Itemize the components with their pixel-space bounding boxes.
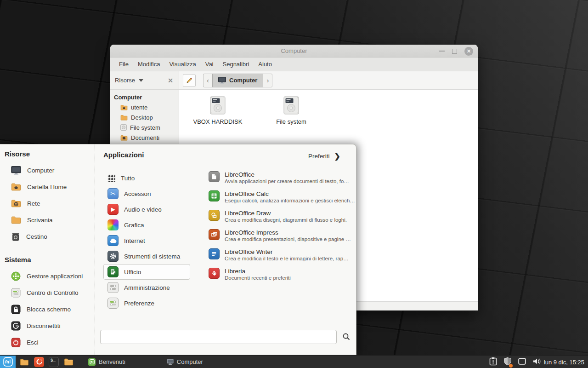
notification-dot bbox=[509, 364, 513, 368]
file-item-vbox-harddisk[interactable]: VBOX HARDDISK bbox=[181, 96, 254, 125]
accessories-icon: ✂ bbox=[107, 188, 119, 199]
sidebar-item-computer[interactable]: Computer bbox=[110, 92, 179, 102]
desktop: Computer ✕ File Modifica Visualizza Vai … bbox=[0, 0, 588, 368]
clock[interactable]: lun 9 dic, 15:25 bbox=[544, 356, 584, 368]
close-button[interactable]: ✕ bbox=[464, 47, 473, 56]
app-libreoffice-calc[interactable]: LibreOffice Calc Esegui calcoli, analizz… bbox=[209, 190, 356, 210]
folder-icon bbox=[11, 216, 21, 224]
minimize-button[interactable] bbox=[439, 51, 445, 52]
breadcrumb: ‹ Computer › bbox=[203, 74, 272, 87]
category-tutto[interactable]: Tutto bbox=[103, 170, 190, 186]
drive-icon bbox=[120, 124, 127, 131]
launcher-folder[interactable] bbox=[18, 356, 30, 368]
launcher-terminal[interactable]: $_ bbox=[48, 356, 60, 368]
category-internet[interactable]: Internet bbox=[103, 233, 190, 248]
menu-item-disconnettiti[interactable]: Disconnettiti bbox=[0, 317, 95, 334]
libreoffice-draw-icon bbox=[209, 210, 220, 221]
mint-menu-button[interactable] bbox=[0, 356, 16, 368]
taskbar-window-benvenuti[interactable]: Benvenuti bbox=[85, 356, 128, 368]
lock-icon bbox=[11, 305, 21, 314]
menu-item-scrivania[interactable]: Scrivania bbox=[0, 212, 95, 228]
launcher-files[interactable] bbox=[62, 356, 74, 368]
sidebar-item-documenti[interactable]: Documenti bbox=[110, 132, 179, 143]
launcher-firefox[interactable] bbox=[33, 356, 45, 368]
libreoffice-impress-icon bbox=[209, 229, 220, 240]
favorites-link[interactable]: Preferiti ❯ bbox=[308, 152, 340, 161]
edit-location-button[interactable] bbox=[183, 74, 196, 87]
menu-vai[interactable]: Vai bbox=[201, 59, 218, 69]
files-icon bbox=[64, 358, 74, 366]
menu-file[interactable]: File bbox=[115, 59, 133, 69]
app-libreoffice-draw[interactable]: LibreOffice Draw Crea e modifica disegni… bbox=[209, 210, 356, 229]
file-label: VBOX HARDDISK bbox=[193, 118, 243, 125]
taskbar-window-computer[interactable]: Computer bbox=[164, 356, 206, 368]
speaker-icon[interactable] bbox=[532, 357, 542, 367]
libreoffice-writer-icon bbox=[209, 248, 220, 259]
menu-segnalibri[interactable]: Segnalibri bbox=[219, 59, 254, 69]
taskbar: $_ Benvenuti Computer bbox=[0, 355, 588, 368]
menu-item-blocca-schermo[interactable]: Blocca schermo bbox=[0, 301, 95, 317]
menu-left-panel: Risorse Computer Cartella Home bbox=[0, 144, 95, 355]
trash-icon bbox=[11, 232, 20, 241]
computer-icon bbox=[11, 166, 21, 175]
category-audio-e-video[interactable]: ▶ Audio e video bbox=[103, 201, 190, 217]
window-icon[interactable] bbox=[518, 358, 526, 367]
breadcrumb-forward-button[interactable]: › bbox=[263, 74, 272, 87]
administration-icon bbox=[107, 282, 119, 293]
menu-item-computer[interactable]: Computer bbox=[0, 162, 95, 178]
menu-item-esci[interactable]: Esci bbox=[0, 334, 95, 351]
menu-bar: File Modifica Visualizza Vai Segnalibri … bbox=[110, 58, 478, 71]
mint-menu-popup: Risorse Computer Cartella Home bbox=[0, 144, 356, 355]
places-dropdown-label: Risorse bbox=[115, 77, 135, 84]
category-strumenti-di-sistema[interactable]: Strumenti di sistema bbox=[103, 248, 190, 264]
file-item-file-system[interactable]: File system bbox=[254, 96, 328, 125]
libreoffice-calc-icon bbox=[209, 190, 220, 201]
breadcrumb-label: Computer bbox=[229, 77, 257, 84]
app-libreoffice-writer[interactable]: LibreOffice Writer Crea e modifica il te… bbox=[209, 248, 356, 268]
sidebar-item-desktop[interactable]: Desktop bbox=[110, 112, 179, 122]
clipboard-alert-icon[interactable] bbox=[489, 357, 497, 368]
sidebar-item-filesystem[interactable]: File system bbox=[110, 122, 179, 132]
menu-item-gestore-applicazioni[interactable]: Gestore applicazioni bbox=[0, 268, 95, 284]
menu-item-rete[interactable]: Rete bbox=[0, 195, 95, 212]
places-close-icon[interactable]: ✕ bbox=[168, 77, 173, 84]
category-amministrazione[interactable]: Amministrazione bbox=[103, 280, 190, 295]
menu-modifica[interactable]: Modifica bbox=[134, 59, 164, 69]
sidebar-item-utente[interactable]: utente bbox=[110, 102, 179, 112]
terminal-icon: $_ bbox=[49, 357, 59, 367]
breadcrumb-back-button[interactable]: ‹ bbox=[203, 74, 212, 87]
system-tools-icon bbox=[107, 251, 119, 262]
category-accessori[interactable]: ✂ Accessori bbox=[103, 186, 190, 201]
category-ufficio[interactable]: Ufficio bbox=[103, 264, 190, 280]
preferences-icon bbox=[107, 298, 119, 309]
breadcrumb-computer-button[interactable]: Computer bbox=[212, 74, 263, 87]
menu-item-centro-di-controllo[interactable]: Centro di Controllo bbox=[0, 284, 95, 301]
libreria-icon bbox=[209, 268, 220, 279]
menu-item-cartella-home[interactable]: Cartella Home bbox=[0, 178, 95, 195]
taskbar-window-label: Benvenuti bbox=[99, 358, 125, 365]
pencil-icon bbox=[186, 77, 193, 84]
chevron-down-icon bbox=[139, 79, 143, 82]
network-folder-icon bbox=[11, 199, 21, 207]
category-grafica[interactable]: Grafica bbox=[103, 217, 190, 233]
chevron-right-icon: ❯ bbox=[334, 152, 340, 161]
app-libreoffice[interactable]: LibreOffice Avvia applicazioni per crear… bbox=[209, 171, 356, 190]
menu-aiuto[interactable]: Aiuto bbox=[254, 59, 276, 69]
app-libreria[interactable]: Libreria Documenti recenti e preferiti bbox=[209, 268, 356, 287]
places-dropdown[interactable]: Risorse bbox=[114, 77, 168, 84]
search-input[interactable] bbox=[100, 330, 337, 344]
window-titlebar[interactable]: Computer ✕ bbox=[110, 45, 478, 58]
menu-item-cestino[interactable]: Cestino bbox=[0, 228, 95, 245]
menu-visualizza[interactable]: Visualizza bbox=[165, 59, 200, 69]
category-preferenze[interactable]: Preferenze bbox=[103, 295, 190, 311]
home-folder-icon bbox=[11, 183, 21, 191]
control-center-icon bbox=[11, 288, 21, 298]
harddisk-icon bbox=[210, 96, 226, 115]
maximize-button[interactable] bbox=[452, 49, 457, 54]
applications-heading: Applicazioni bbox=[95, 151, 198, 163]
app-libreoffice-impress[interactable]: LibreOffice Impress Crea e modifica pres… bbox=[209, 229, 356, 248]
menu-categories-panel: Applicazioni Tutto ✂ Accessori ▶ Audio e… bbox=[95, 144, 198, 355]
shield-icon[interactable] bbox=[503, 357, 512, 368]
multimedia-icon: ▶ bbox=[107, 204, 119, 215]
computer-icon bbox=[218, 77, 226, 84]
